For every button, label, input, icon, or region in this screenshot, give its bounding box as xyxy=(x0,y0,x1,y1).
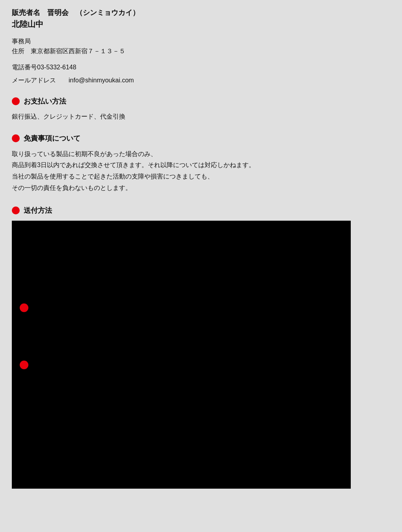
phone-label: 電話番号 xyxy=(12,64,37,71)
email-address: info@shinmyoukai.com xyxy=(69,77,134,84)
shipping-heading: 送付方法 xyxy=(12,206,390,215)
payment-dot xyxy=(12,97,20,105)
disclaimer-line3: 当社の製品を使用することで起きた活動の支障や損害につきましても、 xyxy=(12,171,390,182)
disclaimer-line4: その一切の責任を負わないものとします。 xyxy=(12,182,390,194)
office-address: 住所 東京都新宿区西新宿７－１３－５ xyxy=(12,47,390,56)
seller-name-line1: 販売者名 晋明会 （シンミョウカイ） xyxy=(12,8,390,17)
payment-heading-text: お支払い方法 xyxy=(24,97,66,106)
office-section: 事務局 住所 東京都新宿区西新宿７－１３－５ xyxy=(12,37,390,56)
phone-line: 電話番号03-5332-6148 xyxy=(12,63,390,72)
disclaimer-dot xyxy=(12,134,20,142)
page-container: 販売者名 晋明会 （シンミョウカイ） 北陸山中 事務局 住所 東京都新宿区西新宿… xyxy=(0,0,402,532)
seller-name-kana: 晋明会 （シンミョウカイ） xyxy=(47,9,140,17)
email-label: メールアドレス xyxy=(12,77,56,84)
disclaimer-heading-text: 免責事項について xyxy=(24,134,80,143)
shipping-heading-text: 送付方法 xyxy=(24,206,52,215)
shipping-image xyxy=(12,221,351,489)
seller-name-kanji: 北陸山中 xyxy=(12,19,390,30)
shipping-section: 送付方法 xyxy=(12,206,390,489)
seller-label: 販売者名 xyxy=(12,9,40,17)
disclaimer-content: 取り扱っている製品に初期不良があった場合のみ、 商品到着3日以内であれば交換させ… xyxy=(12,149,390,194)
image-dot-1 xyxy=(20,303,28,312)
disclaimer-line1: 取り扱っている製品に初期不良があった場合のみ、 xyxy=(12,149,390,160)
office-label: 事務局 xyxy=(12,37,390,46)
payment-content: 銀行振込、クレジットカード、代金引換 xyxy=(12,112,390,122)
shipping-dot xyxy=(12,206,20,214)
payment-heading: お支払い方法 xyxy=(12,97,390,106)
disclaimer-section: 免責事項について 取り扱っている製品に初期不良があった場合のみ、 商品到着3日以… xyxy=(12,134,390,194)
email-line: メールアドレス info@shinmyoukai.com xyxy=(12,76,390,85)
phone-number: 03-5332-6148 xyxy=(37,64,76,71)
address-label: 住所 xyxy=(12,48,24,54)
contact-section: 電話番号03-5332-6148 メールアドレス info@shinmyouka… xyxy=(12,63,390,85)
disclaimer-line2: 商品到着3日以内であれば交換させて頂きます。それ以降については対応しかねます。 xyxy=(12,160,390,171)
disclaimer-heading: 免責事項について xyxy=(12,134,390,143)
address-value: 東京都新宿区西新宿７－１３－５ xyxy=(31,48,125,54)
image-dot-2 xyxy=(20,361,28,369)
